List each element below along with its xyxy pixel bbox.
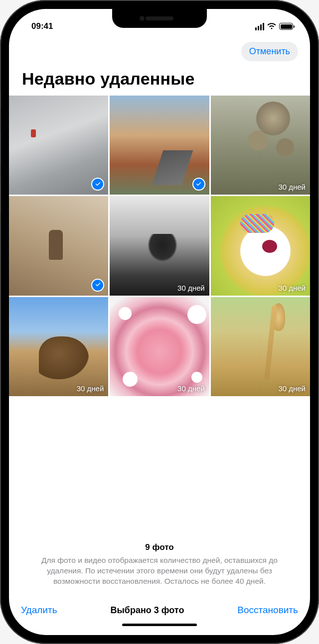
days-remaining-label: 30 дней [177,284,205,292]
photo-image [211,297,310,396]
photo-thumbnail[interactable]: 30 дней [211,297,310,396]
photo-thumbnail[interactable]: 30 дней [211,196,310,295]
recover-button[interactable]: Восстановить [237,605,298,616]
nav-bar: Отменить [9,37,310,68]
days-remaining-label: 30 дней [278,384,306,393]
battery-icon [279,23,293,30]
screen: 09:41 Отменить Недавно удаленные [9,9,310,635]
photo-count-label: 9 фото [19,542,300,552]
home-indicator[interactable] [122,624,197,626]
status-right [255,23,294,30]
cancel-button[interactable]: Отменить [241,42,298,61]
page-title: Недавно удаленные [9,68,310,96]
photo-image [211,196,310,295]
photo-thumbnail[interactable]: 30 дней [9,297,108,396]
photo-thumbnail[interactable]: 30 дней [110,297,209,396]
wifi-icon [267,23,276,30]
photo-thumbnail[interactable] [9,96,108,195]
selection-count-label: Выбрано 3 фото [110,605,184,616]
selection-checkmark-icon [192,178,205,191]
photo-thumbnail[interactable]: 30 дней [110,196,209,295]
days-remaining-label: 30 дней [77,384,104,393]
volume-down-button [0,177,1,214]
days-remaining-label: 30 дней [278,183,306,191]
photo-thumbnail[interactable]: 30 дней [211,96,310,195]
photo-image [211,96,310,195]
photo-image [9,297,108,396]
days-remaining-label: 30 дней [278,284,306,292]
selection-checkmark-icon [91,279,104,292]
photo-image [110,196,209,295]
retention-description: Для фото и видео отображается количество… [19,555,300,602]
status-time: 09:41 [31,21,53,31]
cellular-signal-icon [255,23,265,30]
photo-thumbnail[interactable] [110,96,209,195]
bottom-toolbar: Удалить Выбрано 3 фото Восстановить [19,602,300,616]
photo-grid: 30 дней 30 дней 30 дней 30 дней 30 [9,96,310,396]
photo-image [110,297,209,396]
days-remaining-label: 30 дней [177,384,205,393]
phone-frame: 09:41 Отменить Недавно удаленные [0,0,319,644]
volume-up-button [0,129,1,167]
notch [112,9,207,28]
mute-switch [0,90,1,109]
footer: 9 фото Для фото и видео отображается кол… [9,542,310,635]
delete-button[interactable]: Удалить [21,605,57,616]
photo-thumbnail[interactable] [9,196,108,295]
